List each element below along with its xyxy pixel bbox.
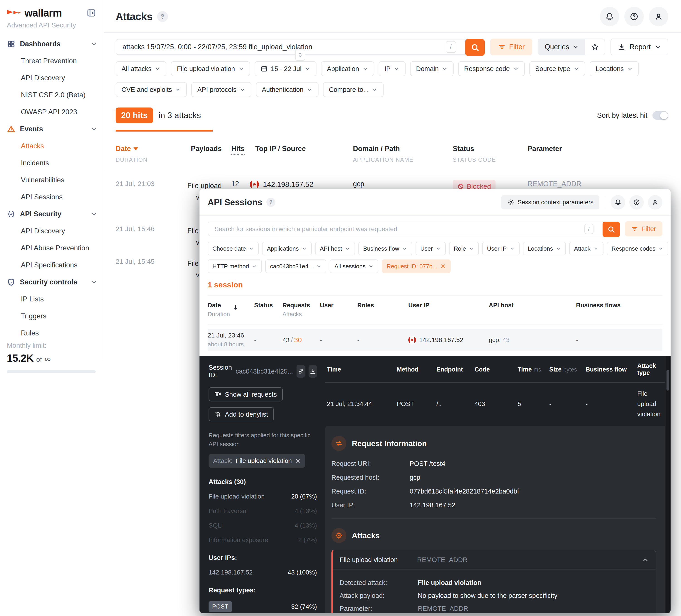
attacks-search-box[interactable]: /	[116, 39, 485, 55]
sidebar-collapse-button[interactable]	[86, 7, 97, 19]
modal-help-icon[interactable]: ?	[267, 198, 275, 207]
sessions-search-input[interactable]	[215, 225, 584, 233]
column-date[interactable]: Date	[208, 302, 230, 309]
stat-path-traversal[interactable]: Path traversal4 (13%)	[208, 507, 317, 515]
help-button[interactable]	[624, 7, 644, 26]
account-button[interactable]	[649, 7, 668, 26]
chip-domain[interactable]: Domain	[410, 61, 454, 76]
sidebar-item-api-abuse-prevention[interactable]: API Abuse Prevention	[7, 240, 97, 256]
sidebar-section-security-controls[interactable]: Security controls	[7, 273, 97, 291]
chip-session-id[interactable]: cac043bc31e4...	[265, 260, 326, 273]
chip-choose-date[interactable]: Choose date	[208, 242, 259, 255]
stat-user-ip[interactable]: 142.198.167.5243 (100%)	[208, 569, 317, 576]
search-input[interactable]	[122, 43, 446, 51]
chip-applications[interactable]: Applications	[262, 242, 311, 255]
stat-post[interactable]: POST32 (74%)	[208, 601, 317, 612]
chip-user[interactable]: User	[415, 242, 446, 255]
chip-role[interactable]: Role	[449, 242, 479, 255]
page-help-icon[interactable]: ?	[157, 11, 168, 22]
sidebar-item-owasp-api[interactable]: OWASP API 2023	[7, 103, 97, 120]
scrollbar-track[interactable]	[666, 355, 670, 613]
sidebar-item-incidents[interactable]: Incidents	[7, 154, 97, 171]
chip-all-attacks[interactable]: All attacks	[116, 61, 167, 76]
chip-all-sessions[interactable]: All sessions	[330, 260, 378, 273]
column-date[interactable]: Date	[116, 145, 161, 153]
sessions-search-box[interactable]: /	[208, 222, 620, 236]
sidebar-item-api-sessions[interactable]: API Sessions	[7, 189, 97, 205]
sidebar-item-api-specifications[interactable]: API Specifications	[7, 256, 97, 273]
chevron-down-icon	[593, 246, 599, 251]
chip-attack[interactable]: Attack	[569, 242, 603, 255]
chip-attack-type[interactable]: File upload violation	[171, 61, 250, 76]
chip-application[interactable]: Application	[321, 61, 374, 76]
stat-sqli[interactable]: SQLi4 (13%)	[208, 522, 317, 529]
request-uri: POST /test4	[410, 460, 445, 467]
chip-locations-m[interactable]: Locations	[523, 242, 566, 255]
sessions-filter-button[interactable]: Filter	[625, 221, 662, 236]
sidebar-item-nist-csf[interactable]: NIST CSF 2.0 (Beta)	[7, 87, 97, 103]
chevron-down-icon	[658, 246, 663, 251]
sidebar-item-threat-prevention[interactable]: Threat Prevention	[7, 52, 97, 69]
chip-user-ip[interactable]: User IP	[482, 242, 520, 255]
sidebar-item-api-discovery-2[interactable]: API Discovery	[7, 222, 97, 240]
sidebar-item-attacks[interactable]: Attacks	[7, 138, 97, 154]
chip-cve-exploits[interactable]: CVE and exploits	[116, 82, 187, 97]
chevron-up-icon[interactable]	[642, 557, 649, 563]
copy-session-link-button[interactable]	[297, 365, 305, 378]
session-count: 1 session	[208, 280, 662, 289]
chip-response-code[interactable]: Response code	[458, 61, 525, 76]
chip-business-flow[interactable]: Business flow	[358, 242, 412, 255]
attack-top-ip[interactable]: 142.198.167.52	[263, 180, 313, 189]
chip-date-range[interactable]: 15 - 22 Jul	[255, 61, 317, 76]
chip-http-method[interactable]: HTTP method	[208, 260, 262, 273]
request-row[interactable]: 21 Jul, 21:34:44 POST /.. 403 5 - - File…	[325, 383, 665, 426]
question-icon	[633, 199, 640, 206]
queries-button[interactable]: Queries	[538, 39, 585, 55]
sidebar-item-vulnerabilities[interactable]: Vulnerabilities	[7, 171, 97, 189]
sidebar-section-dashboards[interactable]: Dashboards	[7, 35, 97, 52]
chip-authentication[interactable]: Authentication	[256, 82, 319, 97]
sessions-search-button[interactable]	[603, 222, 620, 237]
add-to-denylist-button[interactable]: Add to denylist	[208, 407, 274, 421]
sidebar-item-triggers[interactable]: Triggers	[7, 307, 97, 324]
scrollbar-thumb[interactable]	[666, 370, 669, 391]
app-root: wallarm Advanced API Security Dashboards…	[0, 0, 681, 616]
chip-response-codes[interactable]: Response codes	[607, 242, 669, 255]
report-button[interactable]: Report	[610, 39, 668, 55]
sort-label: Sort by latest hit	[597, 112, 648, 120]
chip-request-id[interactable]: Request ID: 077b...	[382, 260, 451, 273]
sidebar-item-rules[interactable]: Rules	[7, 324, 97, 342]
download-session-button[interactable]	[308, 365, 317, 378]
modal-notifications-button[interactable]	[611, 195, 625, 210]
sidebar-section-events[interactable]: Events	[7, 120, 97, 138]
chip-ip[interactable]: IP	[379, 61, 406, 76]
session-row[interactable]: 21 Jul, 23:46about 8 hours - 43/30 - - 1…	[208, 329, 662, 351]
chip-source-type[interactable]: Source type	[529, 61, 585, 76]
modal-account-button[interactable]	[648, 195, 662, 210]
stat-file-upload-violation[interactable]: File upload violation20 (67%)	[208, 493, 317, 500]
attack-card-header[interactable]: File upload violation REMOTE_ADDR	[333, 550, 656, 570]
chip-api-host[interactable]: API host	[315, 242, 355, 255]
search-button[interactable]	[465, 39, 485, 56]
favorite-query-button[interactable]	[585, 39, 605, 55]
close-icon[interactable]	[440, 263, 446, 269]
stat-information-exposure[interactable]: Information exposure2 (7%)	[208, 536, 317, 544]
attack-filter-chip[interactable]: Attack: File upload violation	[208, 454, 305, 468]
sort-toggle[interactable]	[652, 111, 668, 120]
chip-locations[interactable]: Locations	[590, 61, 639, 76]
filter-button[interactable]: Filter	[490, 39, 532, 55]
show-all-requests-button[interactable]: Show all requests	[208, 387, 283, 401]
close-icon[interactable]	[295, 458, 301, 464]
bell-icon	[614, 199, 621, 206]
chip-compare-to[interactable]: Compare to...	[323, 82, 384, 97]
notifications-button[interactable]	[600, 7, 619, 26]
column-hits[interactable]: Hits	[231, 145, 245, 155]
search-resize-handle[interactable]	[295, 49, 305, 61]
chip-api-protocols[interactable]: API protocols	[191, 82, 251, 97]
sidebar-section-api-security[interactable]: API Security	[7, 205, 97, 222]
person-icon	[652, 199, 659, 206]
sidebar-item-api-discovery[interactable]: API Discovery	[7, 69, 97, 87]
modal-help-button[interactable]	[629, 195, 644, 210]
sidebar-item-ip-lists[interactable]: IP Lists	[7, 291, 97, 307]
session-context-parameters-button[interactable]: Session context parameters	[501, 195, 599, 210]
